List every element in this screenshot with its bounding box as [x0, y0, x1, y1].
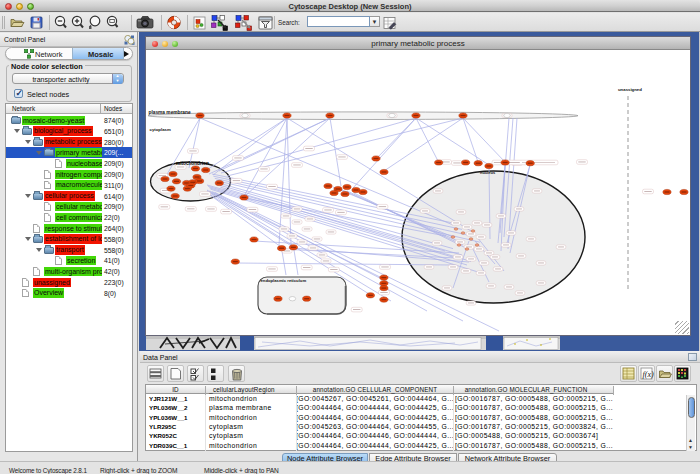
svg-text:endoplasmic reticulum: endoplasmic reticulum [261, 278, 307, 283]
svg-text:cytoplasm: cytoplasm [150, 127, 171, 132]
svg-text:nucleus: nucleus [480, 170, 496, 175]
svg-text:unassigned: unassigned [618, 87, 642, 92]
svg-text:plasma membrane: plasma membrane [149, 110, 191, 115]
svg-text:mitochondrion: mitochondrion [176, 161, 209, 166]
svg-text:f(x): f(x) [643, 370, 654, 379]
